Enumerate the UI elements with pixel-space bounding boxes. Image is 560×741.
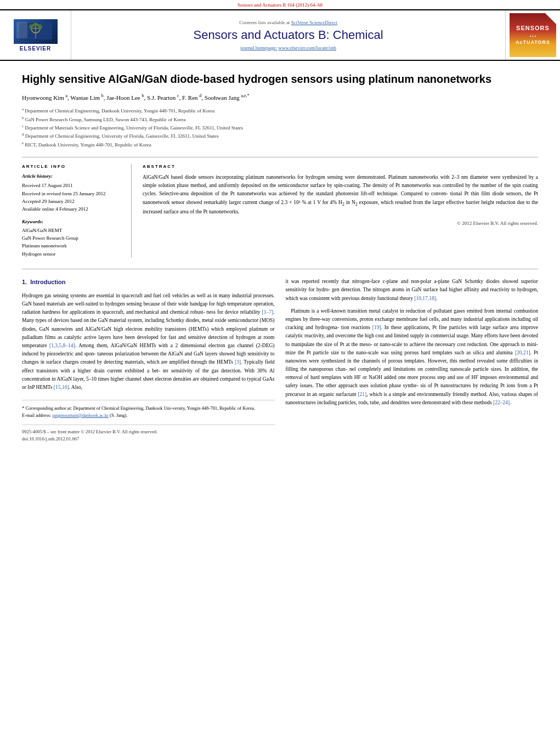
- sciverse-link[interactable]: SciVerse ScienceDirect: [291, 20, 337, 25]
- intro-paragraph-3: Platinum is a well-known transition meta…: [286, 307, 539, 407]
- accepted-date: Accepted 29 January 2012: [22, 197, 123, 205]
- journal-title: Sensors and Actuators B: Chemical: [193, 28, 383, 42]
- footnote-email: E-mail address: jangmountain@dankook.ac.…: [22, 412, 275, 419]
- article-title: Highly sensitive AlGaN/GaN diode-based h…: [22, 72, 538, 86]
- received-date: Received 17 August 2011: [22, 182, 123, 189]
- introduction-heading: Introduction: [30, 279, 65, 285]
- keyword-2: GaN Power Research Group: [22, 234, 123, 242]
- authors-line: Hyonwoong Kim a, Wantae Lim b, Jae-Hoon …: [22, 93, 538, 102]
- bottom-info: 0925-4005/$ – see front matter © 2012 El…: [22, 425, 275, 443]
- journal-header: ELSEVIER Contents lists available at Sci…: [0, 9, 560, 61]
- affiliation-d: d Department of Chemical Engineering, Un…: [22, 132, 538, 140]
- abstract-column: ABSTRACT AlGaN/GaN based diode sensors i…: [143, 164, 538, 258]
- article-info-heading: ARTICLE INFO: [22, 164, 123, 169]
- sciverse-line: Contents lists available at SciVerse Sci…: [239, 20, 337, 25]
- affiliation-c: c Department of Materials Science and En…: [22, 123, 538, 132]
- elsevier-logo-section: ELSEVIER: [0, 10, 71, 60]
- introduction-title: 1. Introduction: [22, 278, 275, 287]
- article-info-abstract-section: ARTICLE INFO Article history: Received 1…: [22, 157, 538, 258]
- ref-group1: [1,3,5,8–14]: [49, 343, 75, 348]
- ref-10-17-18: [10,17,18]: [414, 296, 436, 301]
- svg-point-5: [38, 24, 42, 30]
- email-label: E-mail address:: [22, 412, 51, 418]
- keyword-3: Platinum nanonetwork: [22, 242, 123, 250]
- elsevier-logo-image: [14, 19, 58, 44]
- keyword-1: AlGaN/GaN HEMT: [22, 227, 123, 234]
- affiliations: a Department of Chemical Engineering, Da…: [22, 106, 538, 149]
- revised-date: Received in revised form 25 January 2012: [22, 190, 123, 197]
- history-label: Article history:: [22, 173, 123, 179]
- ref-22-24: [22–24]: [493, 400, 510, 405]
- intro-paragraph-1: Hydrogen gas sensing systems are essenti…: [22, 292, 275, 392]
- homepage-label: journal homepage:: [240, 45, 277, 50]
- svg-point-4: [29, 24, 33, 30]
- ref-20-21: [20,21]: [515, 350, 530, 355]
- main-content: Highly sensitive AlGaN/GaN diode-based h…: [0, 61, 560, 454]
- email-address[interactable]: jangmountain@dankook.ac.kr: [52, 412, 109, 418]
- ref-21b: [21]: [358, 392, 366, 397]
- ref-3: [3]: [235, 359, 241, 365]
- top-banner: Sensors and Actuators B 164 (2012) 64–68: [0, 0, 560, 9]
- section-number: 1.: [22, 279, 27, 285]
- issn-line: 0925-4005/$ – see front matter © 2012 El…: [22, 428, 275, 436]
- footnote-star: * Corresponding author at: Department of…: [22, 405, 275, 412]
- journal-header-center: Contents lists available at SciVerse Sci…: [71, 10, 505, 60]
- affiliation-e: e RICT, Dankook University, Yongin 448-7…: [22, 140, 538, 149]
- journal-citation: Sensors and Actuators B 164 (2012) 64–68: [237, 2, 323, 8]
- svg-point-6: [33, 22, 38, 27]
- sensors-actuators-badge: SENSORS • • • AcTUATORS: [510, 13, 556, 57]
- footnote-section: * Corresponding author at: Department of…: [22, 400, 275, 419]
- affiliation-a: a Department of Chemical Engineering, Da…: [22, 106, 538, 115]
- body-left-column: 1. Introduction Hydrogen gas sensing sys…: [22, 278, 275, 443]
- intro-paragraph-2: it was reported recently that nitrogen-f…: [286, 278, 539, 303]
- ref-1-7: [1–7]: [262, 309, 274, 315]
- email-suffix: (S. Jang).: [110, 412, 127, 418]
- abstract-heading: ABSTRACT: [143, 164, 538, 169]
- homepage-url[interactable]: www.elsevier.com/locate/snb: [279, 45, 336, 50]
- ref-15-16: [15,16]: [54, 384, 69, 390]
- keywords-label: Keywords:: [22, 219, 123, 224]
- body-right-column: it was reported recently that nitrogen-f…: [286, 278, 539, 443]
- ref-19: [19]: [372, 325, 381, 330]
- journal-homepage: journal homepage: www.elsevier.com/locat…: [240, 45, 336, 50]
- keyword-4: Hydrogen sensor: [22, 250, 123, 258]
- available-date: Available online 4 February 2012: [22, 205, 123, 213]
- elsevier-text: ELSEVIER: [20, 46, 51, 52]
- affiliation-b: b GaN Power Research Group, Samsung LED,…: [22, 115, 538, 123]
- badge-dots: • • •: [530, 33, 536, 38]
- journal-header-right: SENSORS • • • AcTUATORS: [505, 10, 560, 60]
- abstract-text: AlGaN/GaN based diode sensors incorporat…: [143, 173, 538, 216]
- elsevier-logo: ELSEVIER: [14, 19, 58, 52]
- badge-sensors-text: SENSORS: [516, 24, 550, 32]
- body-section: 1. Introduction Hydrogen gas sensing sys…: [22, 269, 538, 443]
- article-info-column: ARTICLE INFO Article history: Received 1…: [22, 164, 132, 258]
- doi-line: doi:10.1016/j.snb.2012.01.067: [22, 435, 275, 443]
- badge-actuators-text: AcTUATORS: [516, 39, 550, 46]
- copyright-line: © 2012 Elsevier B.V. All rights reserved…: [143, 220, 538, 226]
